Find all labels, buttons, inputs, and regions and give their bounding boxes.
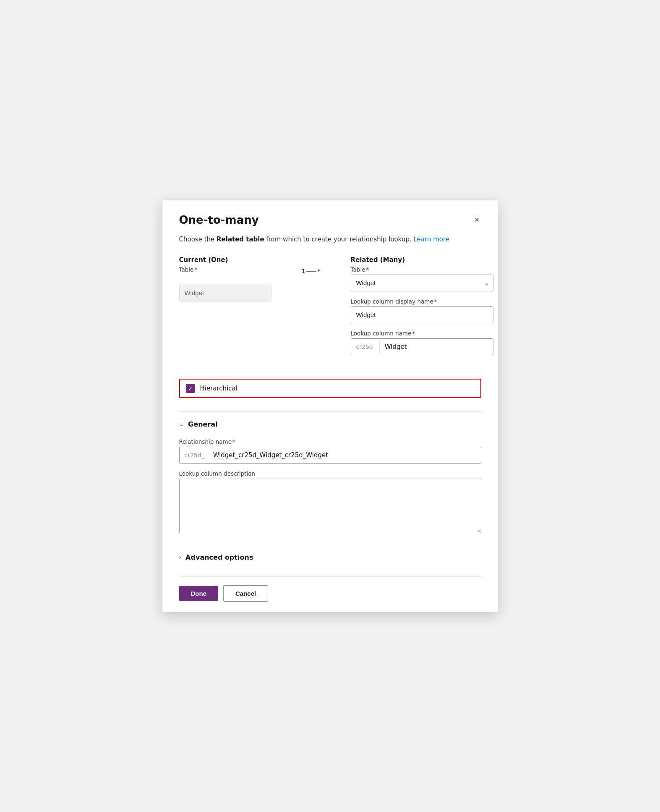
related-table-label: Table* [351,266,493,273]
lookup-description-textarea[interactable] [179,479,481,533]
columns-row: Current (One) Table* 1 * Related (Many) [179,256,481,362]
related-table-select-wrapper: Widget Account Contact Lead ⌄ [351,275,493,291]
description-bold: Related table [217,236,264,243]
related-table-required: * [366,266,369,273]
advanced-toggle-label: Advanced options [185,553,253,561]
chevron-right-icon: › [179,554,182,561]
lookup-display-label: Lookup column display name* [351,298,493,305]
connector-line [306,271,316,272]
current-table-label: Table* [179,266,271,273]
one-to-many-dialog: One-to-many × Choose the Related table f… [162,200,498,612]
checkmark-icon: ✓ [188,385,193,391]
lookup-name-prefix: cr25d_ [351,340,380,354]
done-button[interactable]: Done [179,586,219,601]
relationship-name-required: * [232,438,235,445]
lookup-display-group: Lookup column display name* [351,298,493,323]
learn-more-link[interactable]: Learn more [414,236,450,243]
dialog-title: One-to-many [179,214,259,226]
lookup-display-input[interactable] [351,306,493,323]
current-header: Current (One) [179,256,271,264]
relationship-name-group: Relationship name* cr25d_ Widget_cr25d_W… [179,438,481,464]
description-text-after: from which to create your relationship l… [264,236,412,243]
lookup-name-label: Lookup column name* [351,330,493,337]
section-divider [179,411,481,412]
relationship-visual [179,285,271,301]
relationship-name-value: Widget_cr25d_Widget_cr25d_Widget [208,448,481,462]
dialog-header: One-to-many × [179,214,481,226]
lookup-name-required: * [412,330,415,337]
lookup-description-label: Lookup column description [179,470,481,477]
lookup-description-group: Lookup column description [179,470,481,535]
related-header: Related (Many) [351,256,493,264]
current-table-input [179,285,271,301]
hierarchical-checkbox[interactable]: ✓ [186,384,195,393]
related-table-select[interactable]: Widget Account Contact Lead [351,275,493,291]
relationship-name-wrapper: cr25d_ Widget_cr25d_Widget_cr25d_Widget [179,447,481,464]
description: Choose the Related table from which to c… [179,235,481,244]
chevron-down-icon: ⌄ [179,421,184,427]
general-section-toggle[interactable]: ⌄ General [179,419,481,430]
description-text-before: Choose the [179,236,217,243]
general-toggle-label: General [188,420,217,428]
relationship-name-prefix: cr25d_ [180,448,208,462]
lookup-name-wrapper: cr25d_ Widget [351,338,493,355]
related-table-group: Table* Widget Account Contact Lead ⌄ [351,266,493,291]
connector-one: 1 [302,268,306,275]
relationship-connector: 1 * [297,268,326,275]
lookup-display-required: * [434,298,437,305]
advanced-options-toggle[interactable]: › Advanced options [179,552,481,563]
lookup-name-group: Lookup column name* cr25d_ Widget [351,330,493,355]
general-section: ⌄ General Relationship name* cr25d_ Widg… [179,419,481,542]
lookup-name-value: Widget [380,340,493,354]
current-section: Current (One) Table* [179,256,271,308]
close-button[interactable]: × [473,214,481,225]
current-table-group: Table* [179,266,271,301]
related-section: Related (Many) Table* Widget Account Con… [351,256,493,362]
cancel-button[interactable]: Cancel [223,585,268,602]
dialog-footer: Done Cancel [179,576,481,612]
hierarchical-row[interactable]: ✓ Hierarchical [179,379,481,398]
connector-many: * [317,268,320,275]
relationship-name-label: Relationship name* [179,438,481,445]
hierarchical-label: Hierarchical [200,385,237,392]
current-table-required: * [194,266,197,273]
